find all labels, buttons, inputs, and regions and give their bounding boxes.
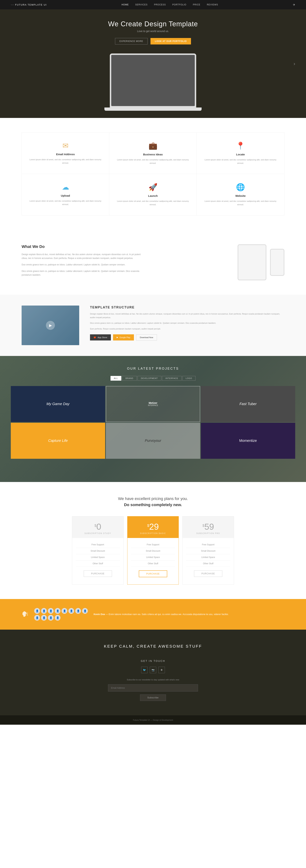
what-we-do-para-1: Duo omnis graeco kem co, patinque ex lob… — [22, 263, 146, 267]
pricing-feature-1-1: Small Discount — [131, 548, 175, 554]
app-store-button[interactable]: 🍎 App Store — [90, 334, 111, 340]
nav-link-process[interactable]: Process — [154, 3, 166, 6]
portfolio-sublabel-1: Interface — [148, 404, 158, 406]
image-overlay: ▶ — [22, 306, 79, 345]
feature-item-upload: ☁ Upload Lorem ipsum dolor sit amet, sed… — [22, 174, 109, 215]
testimonial-dash: — — [106, 613, 109, 616]
pricing-feature-2-0: Free Support — [186, 541, 230, 548]
app-store-label: App Store — [98, 336, 107, 339]
avatar-4: 👤 — [62, 608, 67, 614]
portfolio-label-4: Purvoyour — [145, 439, 161, 443]
feature-icon-0: ✉ — [29, 142, 102, 150]
experience-more-button[interactable]: Experience More — [115, 38, 148, 44]
newsletter-description: Subscribe to our newsletter to stay upda… — [22, 679, 284, 681]
what-we-do-para-2: Dico omnis graeco kem co, patrique ex lo… — [22, 269, 146, 277]
portfolio-section: OUR LATEST PROJECTS ALLBRANDDEVELOPMENTI… — [0, 356, 306, 482]
nav-link-price[interactable]: Price — [193, 3, 200, 6]
features-section: ✉ Email Address Lorem ipsum dolor sit am… — [0, 118, 306, 230]
pricing-label-0: SUBSCRIPTION STUDY — [76, 532, 120, 534]
social-icon-1[interactable]: 📷 — [150, 667, 156, 673]
feature-title-5: Website — [204, 194, 277, 197]
purchase-button-1[interactable]: Purchase — [139, 570, 167, 577]
download-now-button[interactable]: Download Now — [136, 334, 157, 340]
social-icon-2[interactable]: ✚ — [158, 667, 165, 673]
feature-title-0: Email Address — [29, 153, 102, 156]
devices-mockup — [160, 244, 284, 280]
email-input-wrapper — [108, 684, 198, 691]
testimonial-author: Kevin Doe — [94, 613, 105, 616]
what-we-do-paragraphs: Design esplain libora id duc, movet defi… — [22, 253, 146, 277]
footer-bottom: Futura Template UI — Design & Developmen… — [0, 715, 306, 725]
hero-title: We Create Design Template — [108, 20, 198, 28]
google-play-button[interactable]: ▶ Google Play — [113, 334, 134, 340]
template-structure-paragraphs: Design esplain libora id duc, movet defi… — [90, 312, 284, 331]
portfolio-item-metizer[interactable]: Metizer Interface — [106, 386, 200, 422]
testimonial-content: Enim labore molestiae nam ea. Salis crit… — [109, 613, 228, 616]
feature-item-locate: 📍 Locate Lorem ipsum dolor sit amet, sed… — [197, 132, 284, 174]
pricing-label-1: SUBSCRIPTION BASIC — [131, 532, 175, 534]
filter-btn-development[interactable]: DEVELOPMENT — [137, 376, 161, 381]
what-we-do-text: What We Do Design esplain libora id duc,… — [22, 244, 146, 280]
filter-btn-logo[interactable]: LOGO — [182, 376, 196, 381]
email-input[interactable] — [108, 684, 198, 691]
pricing-features-0: Free Support Small Discount Limited Spac… — [72, 538, 123, 584]
feature-item-launch: 🚀 Launch Lorem ipsum dolor sit amet, sed… — [109, 174, 197, 215]
avatar-10: 👤 — [48, 615, 54, 621]
logo: ··· FUTURA TEMPLATE UI — [11, 3, 47, 7]
nav-link-reviews[interactable]: Reviews — [207, 3, 218, 6]
hero-section: We Create Design Template Love to get wo… — [0, 9, 306, 118]
what-we-do-section: What We Do Design esplain libora id duc,… — [0, 230, 306, 295]
portfolio-item-fast-tuber[interactable]: Fast Tuber — [201, 386, 295, 422]
hero-next-arrow[interactable]: › — [294, 61, 295, 67]
pricing-feature-2-2: Limited Space — [186, 554, 230, 560]
what-we-do-title: What We Do — [22, 244, 146, 249]
feature-desc-2: Lorem ipsum dolor sit amet, sed dsc cons… — [204, 158, 277, 165]
portfolio-item-momentize[interactable]: Momentize — [201, 423, 295, 459]
feature-title-4: Launch — [117, 194, 189, 197]
feature-icon-1: 💼 — [117, 142, 189, 150]
testimonial-avatars: 👤👤👤👤👤👤👤👤👤👤👤👤 — [34, 608, 88, 621]
nav-link-portfolio[interactable]: Portfolio — [172, 3, 186, 6]
pricing-amount-2: $59 — [186, 522, 230, 532]
footer-section: KEEP CALM, CREATE AWESOME STUFF GET IN T… — [0, 630, 306, 715]
testimonial-section: 🗣 👤👤👤👤👤👤👤👤👤👤👤👤 Kevin Doe — Enim labore m… — [0, 599, 306, 630]
portfolio-item-capture-life[interactable]: Capture Life — [11, 423, 105, 459]
pricing-amount-1: $29 — [131, 522, 175, 532]
pricing-feature-2-1: Small Discount — [186, 548, 230, 554]
pricing-feature-1-2: Limited Space — [131, 554, 175, 560]
look-at-portfolio-button[interactable]: Look At Our Portfolio — [151, 38, 191, 44]
portfolio-item-my-game-day[interactable]: My Game Day — [11, 386, 105, 422]
filter-btn-brand[interactable]: BRAND — [122, 376, 137, 381]
purchase-button-0[interactable]: Purchase — [84, 570, 112, 577]
avatar-8: 👤 — [34, 615, 40, 621]
portfolio-label-2: Fast Tuber — [239, 402, 256, 406]
laptop-screen — [111, 55, 195, 106]
pricing-grid: $0 SUBSCRIPTION STUDY Free Support Small… — [72, 516, 234, 585]
portfolio-label-3: Capture Life — [48, 439, 68, 443]
nav-link-services[interactable]: Services — [135, 3, 147, 6]
avatar-1: 👤 — [41, 608, 47, 614]
subscribe-button[interactable]: Subscribe — [140, 694, 166, 701]
nav-link-home[interactable]: Home — [122, 3, 129, 6]
purchase-button-2[interactable]: Purchase — [194, 570, 222, 577]
avatar-11: 👤 — [55, 615, 60, 621]
portfolio-title: OUR LATEST PROJECTS — [0, 367, 306, 371]
feature-title-3: Upload — [29, 194, 102, 197]
filter-btn-all[interactable]: ALL — [111, 376, 122, 381]
copyright-text: Futura Template UI — Design & Developmen… — [22, 719, 284, 721]
social-icon-0[interactable]: 🐦 — [141, 667, 148, 673]
logo-text: FUTURA TEMPLATE UI — [15, 3, 47, 6]
footer-tagline: KEEP CALM, CREATE AWESOME STUFF — [22, 644, 284, 649]
portfolio-filters: ALLBRANDDEVELOPMENTINTERFACELOGO — [0, 376, 306, 381]
portfolio-item-purvoyour[interactable]: Purvoyour — [106, 423, 200, 459]
google-play-label: Google Play — [120, 336, 130, 339]
avatar-0: 👤 — [34, 608, 40, 614]
feature-icon-4: 🚀 — [117, 183, 189, 191]
pricing-features-1: Free Support Small Discount Limited Spac… — [127, 538, 179, 584]
nav-links: HomeServicesProcessPortfolioPriceReviews — [122, 3, 218, 6]
play-button[interactable]: ▶ — [46, 321, 55, 330]
avatar-9: 👤 — [41, 615, 47, 621]
filter-btn-interface[interactable]: INTERFACE — [162, 376, 182, 381]
template-structure-section: ▶ TEMPLATE STRUCTURE Design esplain libo… — [0, 295, 306, 356]
feature-icon-3: ☁ — [29, 183, 102, 191]
